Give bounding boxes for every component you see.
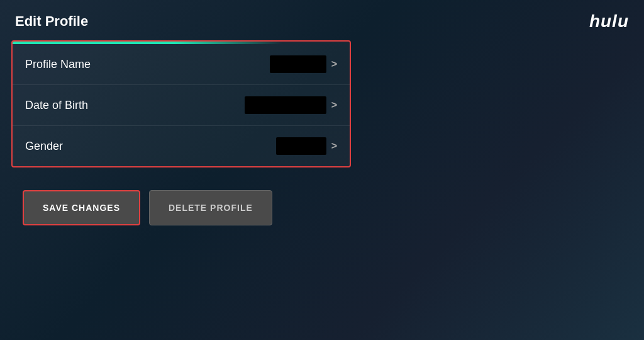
gender-value-box [276, 137, 326, 155]
hulu-logo: hulu [589, 11, 629, 31]
gender-label: Gender [25, 140, 63, 153]
profile-card: Profile Name > Date of Birth > Gender > [11, 40, 351, 167]
page-title: Edit Profile [15, 13, 88, 30]
profile-name-value-box [270, 55, 326, 73]
dob-value-area: > [245, 96, 337, 114]
dob-row[interactable]: Date of Birth > [13, 85, 350, 126]
dob-chevron: > [331, 99, 337, 111]
delete-profile-button[interactable]: DELETE PROFILE [149, 190, 272, 225]
gender-chevron: > [331, 140, 337, 152]
gender-value-area: > [276, 137, 337, 155]
main-content: Profile Name > Date of Birth > Gender > … [0, 40, 644, 225]
profile-name-value-area: > [270, 55, 337, 73]
profile-name-chevron: > [331, 59, 337, 70]
save-changes-button[interactable]: SAVE CHANGES [23, 190, 140, 225]
buttons-area: SAVE CHANGES DELETE PROFILE [11, 167, 633, 225]
profile-name-row[interactable]: Profile Name > [13, 44, 350, 85]
header: Edit Profile hulu [0, 0, 644, 40]
profile-name-label: Profile Name [25, 58, 91, 71]
gender-row[interactable]: Gender > [13, 126, 350, 166]
dob-value-box [245, 96, 326, 114]
dob-label: Date of Birth [25, 99, 88, 112]
